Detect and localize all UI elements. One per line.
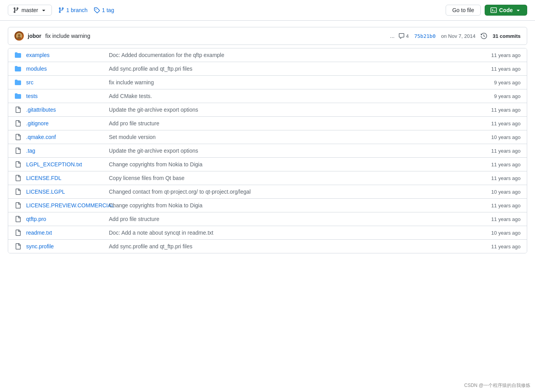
file-name[interactable]: LICENSE.PREVIEW.COMMERCIAL: [26, 202, 104, 208]
file-name[interactable]: src: [26, 79, 104, 86]
file-commit-message[interactable]: Copy license files from Qt base: [109, 175, 465, 181]
file-commit-message[interactable]: Changed contact from qt-project.org/ to …: [109, 189, 465, 195]
code-chevron-icon: [515, 7, 521, 13]
file-time: 10 years ago: [470, 230, 521, 236]
code-button[interactable]: Code: [485, 5, 527, 16]
file-icon: [14, 134, 21, 141]
file-name[interactable]: LGPL_EXCEPTION.txt: [26, 161, 104, 167]
commit-banner: jobor fix include warning ... 4 75b21b0 …: [8, 27, 527, 45]
file-icon: [14, 161, 21, 168]
file-commit-message[interactable]: fix include warning: [109, 79, 465, 86]
file-name[interactable]: LICENSE.FDL: [26, 175, 104, 181]
folder-icon: [14, 93, 21, 100]
branch-count-label: 1 branch: [66, 7, 87, 13]
file-commit-message[interactable]: Add pro file structure: [109, 120, 465, 127]
file-name[interactable]: .gitattributes: [26, 107, 104, 113]
chat-count-value: 4: [406, 33, 409, 39]
tag-count-link[interactable]: 1 tag: [94, 7, 114, 13]
table-row: sync.profileAdd sync.profile and qt_ftp.…: [8, 240, 527, 253]
file-time: 9 years ago: [470, 93, 521, 99]
file-icon: [14, 216, 21, 223]
avatar-icon: [16, 33, 22, 39]
file-time: 9 years ago: [470, 80, 521, 86]
file-time: 10 years ago: [470, 134, 521, 140]
code-icon: [491, 7, 497, 13]
branch-label: master: [21, 7, 38, 13]
file-icon: [14, 243, 21, 250]
file-commit-message[interactable]: Doc: Add a note about syncqt in readme.t…: [109, 230, 465, 236]
code-label: Code: [499, 7, 513, 13]
commit-author[interactable]: jobor: [28, 33, 41, 39]
tag-icon: [94, 7, 100, 13]
table-row: LICENSE.FDLCopy license files from Qt ba…: [8, 171, 527, 185]
file-name[interactable]: LICENSE.LGPL: [26, 189, 104, 195]
branch-icon: [58, 7, 64, 13]
file-name[interactable]: qtftp.pro: [26, 216, 104, 222]
file-commit-message[interactable]: Set module version: [109, 134, 465, 140]
file-commit-message[interactable]: Doc: Added documentation for the qftp ex…: [109, 52, 465, 58]
chat-icon: [398, 33, 405, 39]
file-commit-message[interactable]: Add sync.profile and qt_ftp.pri files: [109, 66, 465, 72]
file-commit-message[interactable]: Add CMake tests.: [109, 93, 465, 99]
file-commit-message[interactable]: Add sync.profile and qt_ftp.pri files: [109, 243, 465, 249]
table-row: LGPL_EXCEPTION.txtChange copyrights from…: [8, 158, 527, 171]
commit-message: fix include warning: [45, 33, 386, 39]
file-time: 11 years ago: [470, 244, 521, 249]
toolbar-right: Go to file Code: [446, 5, 527, 16]
file-name[interactable]: examples: [26, 52, 104, 58]
folder-icon: [14, 52, 21, 59]
file-time: 11 years ago: [470, 175, 521, 181]
svg-point-1: [18, 34, 20, 37]
file-name[interactable]: sync.profile: [26, 243, 104, 249]
commit-sha[interactable]: 75b21b0: [414, 33, 435, 39]
table-row: .qmake.confSet module version10 years ag…: [8, 130, 527, 144]
table-row: qtftp.proAdd pro file structure11 years …: [8, 212, 527, 226]
branch-count-link[interactable]: 1 branch: [58, 7, 87, 13]
file-name[interactable]: modules: [26, 66, 104, 72]
toolbar: master 1 branch 1 tag Go to file Code: [0, 0, 535, 21]
file-table: examplesDoc: Added documentation for the…: [8, 48, 527, 253]
commits-count: 31 commits: [492, 33, 521, 39]
table-row: .gitignoreAdd pro file structure11 years…: [8, 117, 527, 130]
folder-icon: [14, 79, 21, 86]
folder-icon: [14, 65, 21, 72]
file-time: 11 years ago: [470, 66, 521, 72]
git-branch-icon: [13, 7, 19, 13]
table-row: modulesAdd sync.profile and qt_ftp.pri f…: [8, 62, 527, 76]
tag-count-label: 1 tag: [102, 7, 114, 13]
table-row: readme.txtDoc: Add a note about syncqt i…: [8, 226, 527, 240]
file-name[interactable]: .qmake.conf: [26, 134, 104, 140]
file-icon: [14, 229, 21, 236]
file-time: 11 years ago: [470, 148, 521, 154]
commit-expand[interactable]: ...: [390, 33, 395, 39]
table-row: .tagUpdate the git-archive export option…: [8, 144, 527, 158]
commits-count-link[interactable]: 31 commits: [492, 33, 521, 39]
file-time: 11 years ago: [470, 216, 521, 222]
go-to-file-button[interactable]: Go to file: [446, 5, 481, 16]
chat-count[interactable]: 4: [398, 33, 409, 39]
table-row: examplesDoc: Added documentation for the…: [8, 48, 527, 62]
file-time: 11 years ago: [470, 203, 521, 208]
history-icon: [481, 33, 487, 39]
file-time: 11 years ago: [470, 121, 521, 127]
file-time: 11 years ago: [470, 52, 521, 58]
chevron-down-icon: [41, 7, 47, 13]
file-time: 11 years ago: [470, 162, 521, 167]
file-icon: [14, 202, 21, 209]
file-time: 11 years ago: [470, 107, 521, 113]
file-icon: [14, 147, 21, 154]
file-commit-message[interactable]: Change copyrights from Nokia to Digia: [109, 202, 465, 208]
file-commit-message[interactable]: Add pro file structure: [109, 216, 465, 222]
table-row: LICENSE.LGPLChanged contact from qt-proj…: [8, 185, 527, 199]
table-row: LICENSE.PREVIEW.COMMERCIALChange copyrig…: [8, 199, 527, 212]
file-commit-message[interactable]: Change copyrights from Nokia to Digia: [109, 161, 465, 167]
file-icon: [14, 120, 21, 127]
file-name[interactable]: .tag: [26, 148, 104, 154]
table-row: srcfix include warning9 years ago: [8, 76, 527, 89]
file-name[interactable]: .gitignore: [26, 120, 104, 127]
file-name[interactable]: readme.txt: [26, 230, 104, 236]
branch-selector[interactable]: master: [8, 5, 52, 16]
file-commit-message[interactable]: Update the git-archive export options: [109, 107, 465, 113]
file-name[interactable]: tests: [26, 93, 104, 99]
file-commit-message[interactable]: Update the git-archive export options: [109, 148, 465, 154]
